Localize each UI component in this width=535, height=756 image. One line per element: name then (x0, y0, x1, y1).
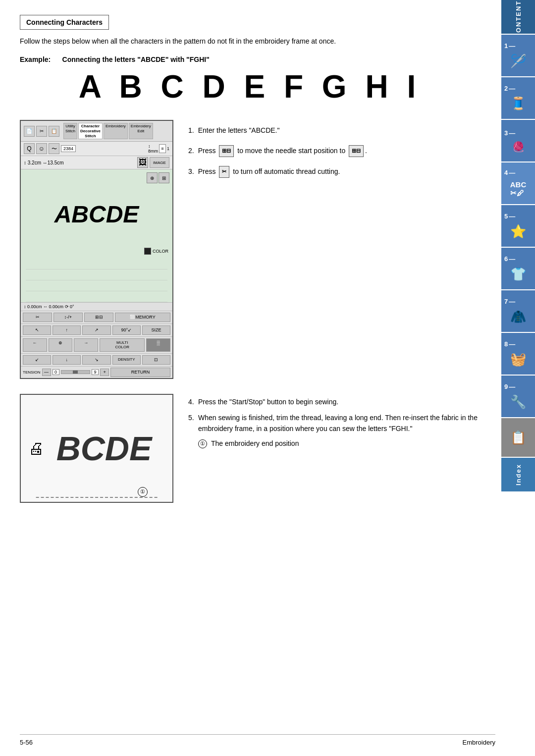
tension-slider[interactable] (61, 370, 90, 374)
screen-icon-file[interactable]: 📄 (24, 126, 35, 137)
step1-text: Enter the letters "ABCDE." (198, 125, 480, 136)
screen-tab-character[interactable]: CharacterDecorativeStitch (78, 123, 103, 139)
sidebar-tab-3[interactable]: 3 — 🧶 (501, 120, 535, 162)
screen-btn-tension-plus[interactable]: + (100, 369, 109, 376)
screen-btn-tension-minus[interactable]: — (42, 369, 51, 376)
tension-val-left: 0 (53, 369, 59, 375)
tension-label: TENSION (23, 370, 41, 375)
section-title-box: Connecting Characters (20, 15, 109, 30)
screen-btn-multicolor[interactable]: MULTICOLOR (100, 338, 145, 352)
screen-color-box (144, 248, 151, 255)
screen-btn-face[interactable]: ☺ (36, 143, 47, 154)
screen-btn-upright[interactable]: ↗ (82, 325, 110, 335)
sidebar-tab-5[interactable]: 5 — ⭐ (501, 205, 535, 248)
step4-text: Press the "Start/Stop" button to begin s… (198, 398, 338, 406)
step2-btn1[interactable]: ⊞⊟ (219, 145, 234, 157)
screen-btn-up[interactable]: ↑ (53, 325, 81, 335)
screen-btn-q[interactable]: Q (24, 143, 35, 154)
sidebar-tab-6[interactable]: 6 — 👕 (501, 248, 535, 290)
screen-btn-rotate[interactable]: 90°↙ (112, 325, 141, 335)
step3-num: 3. (188, 166, 194, 177)
screen-btn-size[interactable]: SIZE (142, 325, 170, 335)
screen-coords-row: ↕ 0.00cm ↔ 0.00cm ⟳ 0° (21, 302, 172, 311)
sidebar-tab-8[interactable]: 8 — 🧺 (501, 333, 535, 376)
screen-color-indicator: COLOR (144, 248, 168, 255)
step2-num: 2. (188, 145, 194, 156)
step4-num: 4. (188, 396, 194, 407)
tab9-dash: — (509, 383, 515, 390)
tab7-icon: 🧥 (510, 309, 526, 324)
step-2: 2. Press ⊞⊟ to move the needle start pos… (188, 145, 480, 157)
screen-btn-return[interactable]: RETURN (110, 368, 170, 377)
notes-icon: 📋 (510, 430, 526, 445)
steps-list-bottom: 4. Press the "Start/Stop" button to begi… (188, 394, 480, 448)
tab3-dash: — (509, 129, 515, 137)
sidebar-tab-contents[interactable]: CONTENTS (501, 0, 535, 35)
tab1-dash: — (509, 42, 515, 50)
embroidery-image: 🖨 BCDE ① (20, 394, 173, 503)
big-title: A B C D E F G H I (20, 68, 480, 105)
screen-btn-density[interactable]: DENSITY (112, 355, 141, 365)
screen-tab-embroidery[interactable]: Embroidery (104, 123, 128, 139)
screen-btn-downright[interactable]: ↘ (82, 355, 110, 365)
tab8-dash: — (509, 340, 515, 348)
screen-btn-row1: ✂ ↕-/+ ⊞⊟ ⬜MEMORY (21, 311, 172, 324)
screen-btn-color-swatch[interactable]: ▒ (146, 338, 170, 352)
page-footer: 5-56 Embroidery (20, 734, 495, 746)
screen-toolbar: 📄 ✂ 📋 UtilityStitch CharacterDecorativeS… (21, 121, 172, 142)
screen-btn-center[interactable]: ⊕ (49, 338, 73, 352)
screen-btn-scissors[interactable]: ✂ (23, 313, 52, 322)
step5-num: 5. (188, 412, 194, 423)
screen-btn-left[interactable]: ← (23, 338, 47, 352)
screen-pos-btn2[interactable]: ⊞ (159, 172, 169, 183)
sidebar-tab-7[interactable]: 7 — 🧥 (501, 290, 535, 333)
example-desc: Connecting the letters "ABCDE" with "FGH… (62, 55, 210, 63)
screen-btn-upleft[interactable]: ↖ (23, 325, 51, 335)
screen-btn-row3: ← ⊕ → MULTICOLOR ▒ (21, 336, 172, 353)
second-section: 🖨 BCDE ① 4. Press the "Start/Stop" butto… (20, 394, 480, 503)
tab4-num: 4 (504, 169, 508, 176)
step3-btn[interactable]: ✂ (219, 166, 229, 178)
main-content: Connecting Characters Follow the steps b… (0, 0, 499, 523)
step-1: 1. Enter the letters "ABCDE." (188, 125, 480, 136)
screen-unit-box[interactable]: ≡ (159, 144, 166, 153)
sidebar-tab-2[interactable]: 2 — 🧵 (501, 77, 535, 120)
sidebar-tab-1[interactable]: 1 — 🪡 (501, 35, 535, 77)
end-position-marker: ① (138, 487, 148, 497)
sidebar-tab-9[interactable]: 9 — 🔧 (501, 376, 535, 418)
screen-btn-downleft[interactable]: ↙ (23, 355, 51, 365)
tab4-dash: — (509, 169, 515, 176)
screen-info-row: ↕ 3.2cm ↔13.5cm 🖼 IMAGE (21, 156, 172, 169)
step2-btn2[interactable]: ⊞⊟ (349, 145, 364, 157)
screen-number-input[interactable]: 2384 (61, 145, 76, 152)
screen-btn-updown[interactable]: ↕-/+ (54, 313, 83, 322)
screen-tab-utility[interactable]: UtilityStitch (63, 123, 77, 139)
screen-btn-down[interactable]: ↓ (53, 355, 81, 365)
tab1-num: 1 (504, 42, 508, 50)
screen-display-text: ABCDE (54, 201, 139, 228)
step1-num: 1. (188, 125, 194, 136)
right-sidebar: CONTENTS 1 — 🪡 2 — 🧵 3 — 🧶 (501, 0, 535, 492)
tab2-icon: 🧵 (510, 96, 526, 111)
screen-btn-memory[interactable]: ⬜MEMORY (115, 313, 170, 322)
tab5-icon: ⭐ (510, 224, 526, 239)
screen-tab-edit[interactable]: EmbroideryEdit (129, 123, 153, 139)
screen-btn-frame[interactable]: ⊡ (142, 355, 170, 365)
tab8-num: 8 (504, 340, 508, 348)
screen-pos-btn1[interactable]: ⊕ (147, 172, 158, 183)
screen-btn-needle[interactable]: ⊞⊟ (84, 313, 113, 322)
screen-btn-right[interactable]: → (74, 338, 98, 352)
screen-image-icon[interactable]: 🖼 (137, 157, 148, 168)
screen-btn-wave[interactable]: 〜 (49, 143, 59, 154)
sidebar-tab-4[interactable]: 4 — ABC✂🖊 (501, 162, 535, 205)
sidebar-tab-index[interactable]: Index (501, 458, 535, 492)
tab9-num: 9 (504, 383, 508, 390)
screen-btn-row2: ↖ ↑ ↗ 90°↙ SIZE (21, 324, 172, 336)
section-title: Connecting Characters (26, 18, 103, 26)
screen-icons-row: Q ☺ 〜 2384 ↕8mm ≡ 1 (21, 142, 172, 156)
screen-image-btn[interactable]: IMAGE (150, 157, 169, 168)
tab7-dash: — (509, 298, 515, 305)
screen-icon-scissors[interactable]: ✂ (36, 126, 47, 137)
screen-icon-document[interactable]: 📋 (49, 126, 59, 137)
sidebar-tab-notes[interactable]: 📋 (501, 418, 535, 458)
